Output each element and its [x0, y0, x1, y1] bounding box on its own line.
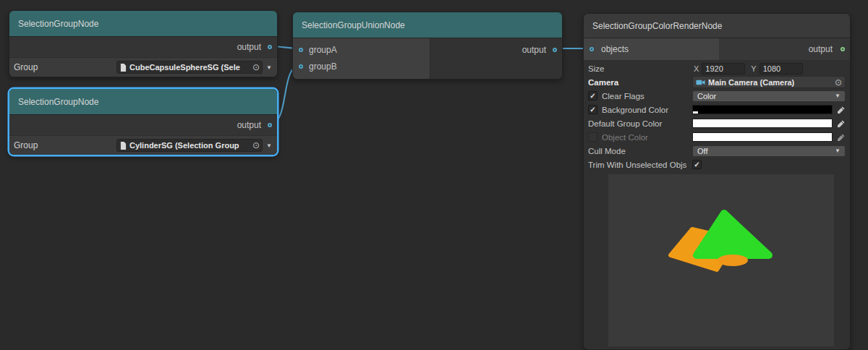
render-output-port[interactable]: [841, 47, 845, 51]
output-port-label: output: [522, 45, 546, 55]
selection-group-node-top[interactable]: SelectionGroupNode output Group CubeCaps…: [9, 10, 278, 77]
foldout-arrow-icon[interactable]: ▼: [266, 64, 272, 71]
objects-port-label: objects: [601, 44, 629, 54]
ports-row: objects output: [584, 38, 850, 60]
node-header[interactable]: SelectionGroupUnionNode: [293, 12, 562, 38]
output-port[interactable]: [268, 45, 272, 49]
group-object-field[interactable]: CylinderSG (Selection Group ⊙: [116, 139, 263, 152]
output-ports-panel: output: [430, 38, 562, 79]
output-row: output: [9, 115, 277, 135]
groupA-port[interactable]: [299, 48, 303, 52]
render-preview: [608, 174, 834, 346]
cull-mode-label: Cull Mode: [588, 147, 626, 155]
union-output-port[interactable]: [553, 48, 557, 52]
background-color-label: Background Color: [602, 106, 668, 114]
selection-group-union-node[interactable]: SelectionGroupUnionNode groupA groupB ou…: [292, 12, 563, 80]
groupB-port[interactable]: [299, 64, 303, 69]
chevron-down-icon: ▼: [835, 93, 841, 99]
objects-port[interactable]: [590, 47, 594, 51]
clear-flags-label: Clear Flags: [602, 92, 644, 101]
default-group-color-label: Default Group Color: [588, 119, 662, 128]
clear-flags-dropdown[interactable]: Color ▼: [692, 90, 846, 102]
groupB-row: groupB: [293, 58, 430, 74]
cull-mode-value: Off: [697, 147, 707, 155]
default-group-color-swatch[interactable]: [692, 119, 833, 128]
groupA-row: groupA: [293, 41, 430, 58]
node-title: SelectionGroupColorRenderNode: [592, 21, 722, 31]
trim-row: Trim With Unselected Objs ✓: [587, 158, 850, 171]
group-field-label: Group: [9, 140, 116, 150]
node-title: SelectionGroupUnionNode: [302, 20, 405, 30]
eyedropper-icon[interactable]: [837, 133, 846, 142]
clear-flags-row: ✓ Clear Flags Color ▼: [587, 89, 850, 103]
groupB-port-label: groupB: [309, 61, 337, 72]
size-row: Size X Y: [587, 61, 850, 75]
node-title: SelectionGroupNode: [18, 97, 98, 107]
size-y-input[interactable]: [760, 63, 803, 74]
preview-orange-cylinder: [718, 255, 748, 266]
group-object-field[interactable]: CubeCapsuleSphereSG (Sele ⊙: [116, 61, 263, 74]
object-picker-icon[interactable]: ⊙: [252, 63, 260, 72]
chevron-down-icon: ▼: [835, 148, 841, 154]
object-color-checkbox[interactable]: [588, 132, 597, 142]
groupA-port-label: groupA: [309, 45, 337, 55]
inspector-panel: Size X Y Camera Main Camera (: [584, 60, 850, 346]
output-port[interactable]: [268, 123, 272, 127]
clear-flags-checkbox[interactable]: ✓: [588, 91, 597, 101]
group-row: Group CubeCapsuleSphereSG (Sele ⊙ ▼: [9, 57, 277, 77]
foldout-arrow-icon[interactable]: ▼: [266, 142, 272, 149]
clear-flags-value: Color: [697, 92, 716, 101]
y-axis-label: Y: [751, 64, 756, 73]
selection-group-asset-icon: [120, 64, 127, 72]
background-color-swatch[interactable]: [692, 105, 833, 114]
default-group-color-row: Default Group Color: [587, 116, 850, 130]
selection-group-asset-icon: [120, 142, 127, 150]
trim-checkbox[interactable]: ✓: [692, 160, 702, 169]
output-port-cell: output: [719, 38, 850, 60]
node-header[interactable]: SelectionGroupColorRenderNode: [584, 14, 850, 38]
output-port-label: output: [237, 120, 261, 130]
group-object-name: CylinderSG (Selection Group: [129, 141, 249, 150]
selection-group-color-render-node[interactable]: SelectionGroupColorRenderNode objects ou…: [583, 13, 851, 350]
cull-mode-dropdown[interactable]: Off ▼: [692, 145, 846, 157]
object-picker-icon[interactable]: ⊙: [834, 78, 843, 87]
object-color-swatch[interactable]: [692, 132, 833, 142]
background-color-row: ✓ Background Color: [587, 103, 850, 116]
selection-group-node-bottom[interactable]: SelectionGroupNode output Group Cylinder…: [9, 88, 278, 155]
x-axis-label: X: [694, 64, 699, 73]
output-row: output: [430, 41, 562, 58]
node-header[interactable]: SelectionGroupNode: [9, 11, 277, 37]
camera-row: Camera Main Camera (Camera) ⊙: [587, 75, 850, 89]
output-port-label: output: [809, 44, 833, 54]
objects-port-cell: objects: [584, 38, 719, 60]
group-object-name: CubeCapsuleSphereSG (Sele: [129, 63, 249, 72]
union-node-body: groupA groupB output: [293, 38, 562, 79]
output-port-label: output: [237, 42, 261, 52]
object-picker-icon[interactable]: ⊙: [252, 141, 260, 150]
eyedropper-icon[interactable]: [837, 119, 846, 128]
eyedropper-icon[interactable]: [837, 106, 846, 114]
node-header[interactable]: SelectionGroupNode: [9, 89, 277, 115]
object-color-row: Object Color: [587, 130, 850, 144]
group-row: Group CylinderSG (Selection Group ⊙ ▼: [9, 135, 277, 155]
camera-icon: [696, 79, 705, 86]
node-title: SelectionGroupNode: [18, 19, 98, 29]
trim-label: Trim With Unselected Objs: [588, 161, 686, 169]
camera-object-name: Main Camera (Camera): [708, 78, 831, 87]
object-color-label: Object Color: [602, 133, 648, 142]
input-ports-panel: groupA groupB: [293, 38, 430, 79]
camera-object-field[interactable]: Main Camera (Camera) ⊙: [692, 76, 846, 88]
group-field-label: Group: [9, 62, 116, 72]
camera-label: Camera: [588, 78, 618, 87]
size-x-input[interactable]: [702, 63, 745, 74]
preview-green-cone: [697, 213, 769, 255]
node-graph-canvas[interactable]: SelectionGroupNode output Group CubeCaps…: [0, 0, 868, 350]
cull-mode-row: Cull Mode Off ▼: [587, 144, 850, 158]
output-row: output: [9, 37, 277, 57]
render-preview-image: [608, 174, 834, 346]
background-color-checkbox[interactable]: ✓: [588, 105, 597, 114]
size-label: Size: [588, 64, 604, 73]
